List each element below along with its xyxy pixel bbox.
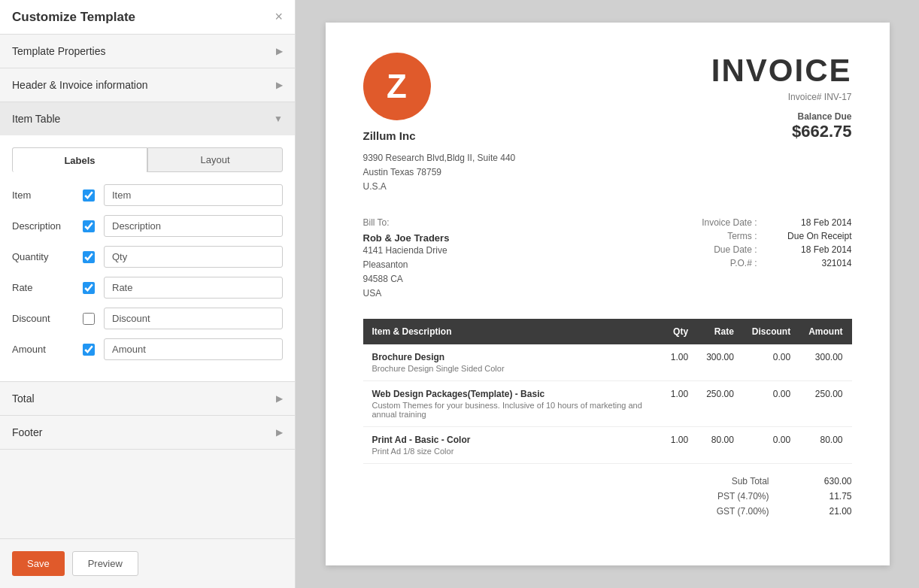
accordion-header-header-invoice[interactable]: Header & Invoice information ▶ <box>0 68 295 102</box>
total-row-2: GST (7.00%) 21.00 <box>363 506 852 517</box>
field-input-rate[interactable] <box>104 277 283 299</box>
table-row: Web Design Packages(Template) - Basic Cu… <box>363 381 852 427</box>
tab-bar: Labels Layout <box>12 147 283 172</box>
tab-labels[interactable]: Labels <box>12 147 147 172</box>
field-label-quantity: Quantity <box>12 251 80 262</box>
field-checkbox-amount[interactable] <box>80 344 98 356</box>
bill-to-address: 4141 Hacienda Drive Pleasanton 94588 CA … <box>363 244 450 302</box>
field-input-quantity[interactable] <box>104 246 283 268</box>
field-label-discount: Discount <box>12 313 80 324</box>
accordion-header-total[interactable]: Total ▶ <box>0 382 295 415</box>
balance-due-label: Balance Due <box>711 111 852 122</box>
input-quantity[interactable] <box>104 246 283 268</box>
input-discount[interactable] <box>104 308 283 329</box>
invoice-number: Invoice# INV-17 <box>711 92 852 102</box>
field-input-item[interactable] <box>104 184 283 206</box>
field-row-item: Item <box>12 184 283 206</box>
checkbox-rate[interactable] <box>83 282 95 294</box>
field-checkbox-discount[interactable] <box>80 313 98 325</box>
cell-qty-1: 1.00 <box>662 381 697 427</box>
detail-row-po: P.O.# : 321014 <box>690 258 852 268</box>
total-value-0: 630.00 <box>799 476 852 486</box>
detail-value-terms: Due On Receipt <box>769 231 852 241</box>
accordion-label-header-invoice: Header & Invoice information <box>12 79 148 91</box>
field-checkbox-item[interactable] <box>80 189 98 202</box>
total-row-0: Sub Total 630.00 <box>363 476 852 486</box>
detail-key-due-date: Due Date : <box>690 244 757 255</box>
balance-due-amount: $662.75 <box>711 122 852 141</box>
detail-value-po: 321014 <box>769 258 852 268</box>
bill-to-name: Rob & Joe Traders <box>363 232 450 244</box>
accordion-header-template-properties[interactable]: Template Properties ▶ <box>0 35 295 68</box>
checkbox-item[interactable] <box>83 189 95 202</box>
field-input-description[interactable] <box>104 215 283 237</box>
company-address-line1: 9390 Research Blvd,Bldg II, Suite 440 <box>363 151 516 165</box>
preview-button[interactable]: Preview <box>72 551 138 576</box>
detail-key-invoice-date: Invoice Date : <box>690 217 757 228</box>
input-description[interactable] <box>104 215 283 237</box>
cell-discount-2: 0.00 <box>743 427 799 464</box>
accordion-header-invoice: Header & Invoice information ▶ <box>0 68 295 102</box>
field-checkbox-quantity[interactable] <box>80 251 98 263</box>
field-label-amount: Amount <box>12 344 80 355</box>
accordion-label-template-properties: Template Properties <box>12 45 106 57</box>
item-name-2: Print Ad - Basic - Color <box>372 435 653 445</box>
input-rate[interactable] <box>104 277 283 299</box>
tab-layout[interactable]: Layout <box>147 147 283 172</box>
col-header-amount: Amount <box>799 319 851 344</box>
invoice-top: Z Zillum Inc 9390 Research Blvd,Bldg II,… <box>363 53 852 195</box>
checkbox-description[interactable] <box>83 220 95 232</box>
total-row-1: PST (4.70%) 11.75 <box>363 491 852 502</box>
checkbox-amount[interactable] <box>83 344 95 356</box>
detail-value-due-date: 18 Feb 2014 <box>769 244 852 255</box>
total-value-2: 21.00 <box>799 506 852 517</box>
detail-key-po: P.O.# : <box>690 258 757 268</box>
detail-row-invoice-date: Invoice Date : 18 Feb 2014 <box>690 217 852 228</box>
cell-discount-0: 0.00 <box>743 344 799 381</box>
field-row-rate: Rate <box>12 277 283 299</box>
input-amount[interactable] <box>104 338 283 360</box>
accordion-header-footer[interactable]: Footer ▶ <box>0 416 295 449</box>
field-checkbox-rate[interactable] <box>80 282 98 294</box>
accordion-footer: Footer ▶ <box>0 416 295 450</box>
panel-title: Customize Template <box>12 10 135 25</box>
chevron-icon-header-invoice: ▶ <box>276 80 283 90</box>
total-key-0: Sub Total <box>672 476 769 486</box>
save-button[interactable]: Save <box>12 551 65 576</box>
checkbox-discount[interactable] <box>83 313 95 325</box>
invoice-title-area: INVOICE Invoice# INV-17 Balance Due $662… <box>711 53 852 141</box>
invoice-preview-panel: Z Zillum Inc 9390 Research Blvd,Bldg II,… <box>296 0 919 588</box>
company-address-line3: U.S.A <box>363 180 516 194</box>
field-label-rate: Rate <box>12 282 80 293</box>
item-name-1: Web Design Packages(Template) - Basic <box>372 389 653 399</box>
bill-to-label: Bill To: <box>363 217 450 228</box>
col-header-item-desc: Item & Description <box>363 319 662 344</box>
item-desc-2: Print Ad 1/8 size Color <box>372 447 653 456</box>
table-row: Print Ad - Basic - Color Print Ad 1/8 si… <box>363 427 852 464</box>
field-input-discount[interactable] <box>104 308 283 329</box>
col-header-discount: Discount <box>743 319 799 344</box>
field-checkbox-description[interactable] <box>80 220 98 232</box>
cell-rate-2: 80.00 <box>697 427 743 464</box>
cell-qty-2: 1.00 <box>662 427 697 464</box>
detail-row-due-date: Due Date : 18 Feb 2014 <box>690 244 852 255</box>
cell-amount-0: 300.00 <box>799 344 851 381</box>
panel-footer: Save Preview <box>0 538 295 588</box>
close-button[interactable]: × <box>274 9 283 25</box>
field-row-amount: Amount <box>12 338 283 360</box>
accordion-label-footer: Footer <box>12 426 42 438</box>
field-input-amount[interactable] <box>104 338 283 360</box>
checkbox-quantity[interactable] <box>83 251 95 263</box>
accordion-total: Total ▶ <box>0 382 295 416</box>
item-table-content: Labels Layout Item Description <box>0 135 295 381</box>
cell-qty-0: 1.00 <box>662 344 697 381</box>
bill-to-address-line4: USA <box>363 286 450 301</box>
invoice-title: INVOICE <box>711 53 852 89</box>
cell-rate-1: 250.00 <box>697 381 743 427</box>
col-header-qty: Qty <box>662 319 697 344</box>
accordion-header-item-table[interactable]: Item Table ▼ <box>0 102 295 135</box>
invoice-meta: Bill To: Rob & Joe Traders 4141 Hacienda… <box>363 217 852 302</box>
input-item[interactable] <box>104 184 283 206</box>
item-name-0: Brochure Design <box>372 352 653 362</box>
accordion-item-table: Item Table ▼ Labels Layout Item Descript… <box>0 102 295 382</box>
